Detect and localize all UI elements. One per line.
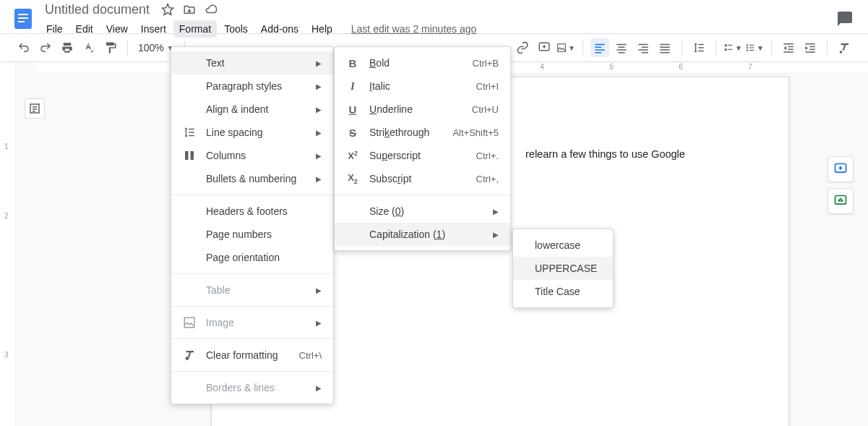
text-item-superscript[interactable]: X2SuperscriptCtrl+.: [335, 144, 510, 167]
text-item-bold[interactable]: BBoldCtrl+B: [335, 51, 510, 74]
format-item-align-indent[interactable]: Align & indent▶: [171, 98, 333, 121]
chevron-right-icon: ▶: [316, 82, 322, 90]
indent-decrease-icon[interactable]: [779, 38, 798, 57]
capitalization-item-lowercase[interactable]: lowercase: [513, 234, 613, 257]
menu-shortcut: Ctrl+\: [299, 350, 322, 361]
svg-rect-35: [788, 49, 794, 51]
paint-format-icon[interactable]: [101, 38, 120, 57]
svg-rect-14: [619, 52, 625, 54]
svg-rect-23: [725, 44, 727, 46]
text-item-subscript[interactable]: X2SubscriptCtrl+,: [335, 167, 510, 190]
line-spacing-icon[interactable]: [689, 38, 708, 57]
text-item-underline[interactable]: UUnderlineCtrl+U: [335, 98, 510, 121]
U-icon: U: [345, 103, 361, 116]
text-item-italic[interactable]: IItalicCtrl+I: [335, 74, 510, 98]
svg-rect-20: [660, 47, 670, 48]
menu-item-label: Subscript: [369, 173, 459, 184]
format-item-line-spacing[interactable]: Line spacing▶: [171, 121, 333, 144]
menu-shortcut: Alt+Shift+5: [452, 127, 499, 138]
open-comments-icon[interactable]: [836, 10, 854, 27]
add-comment-icon[interactable]: [535, 38, 554, 57]
capitalization-item-uppercase[interactable]: UPPERCASE: [513, 257, 613, 280]
text-item-size-[interactable]: Size (0)▶: [335, 200, 510, 223]
insert-link-icon[interactable]: [513, 38, 532, 57]
menu-item-label: Page orientation: [206, 252, 322, 263]
menu-item-label: Italic: [369, 80, 459, 92]
checklist-icon[interactable]: ▼: [723, 38, 742, 57]
svg-rect-22: [660, 52, 670, 54]
svg-rect-8: [595, 47, 601, 48]
insert-image-icon[interactable]: ▼: [557, 38, 575, 57]
menu-shortcut: Ctrl+.: [476, 150, 499, 161]
svg-rect-49: [184, 318, 194, 328]
suggest-edit-button[interactable]: [828, 188, 854, 214]
menu-insert[interactable]: Insert: [135, 20, 172, 38]
format-item-page-numbers[interactable]: Page numbers: [171, 223, 333, 246]
svg-rect-16: [642, 47, 648, 48]
svg-rect-39: [809, 49, 815, 51]
format-item-headers-footers[interactable]: Headers & footers: [171, 200, 333, 223]
line-spacing-icon: [181, 126, 197, 139]
undo-icon[interactable]: [14, 38, 33, 57]
indent-increase-icon[interactable]: [801, 38, 820, 57]
format-item-bullets-numbering[interactable]: Bullets & numbering▶: [171, 167, 333, 190]
align-center-icon[interactable]: [612, 38, 631, 57]
add-comment-button[interactable]: [828, 156, 854, 182]
menu-item-label: Strikethrough: [369, 127, 435, 138]
image-icon: [181, 316, 197, 329]
svg-rect-30: [749, 47, 754, 48]
format-item-page-orientation[interactable]: Page orientation: [171, 246, 333, 269]
menu-edit[interactable]: Edit: [70, 20, 99, 38]
chevron-right-icon: ▶: [493, 231, 499, 239]
S-icon: S: [345, 127, 361, 139]
document-outline-icon[interactable]: [25, 98, 45, 119]
chevron-right-icon: ▶: [316, 319, 322, 327]
cloud-status-icon[interactable]: [205, 3, 218, 16]
menu-item-label: Borders & lines: [206, 382, 298, 393]
print-icon[interactable]: [58, 38, 77, 57]
menu-help[interactable]: Help: [306, 20, 338, 38]
chevron-right-icon: ▶: [316, 129, 322, 137]
docs-logo[interactable]: [9, 4, 38, 33]
align-justify-icon[interactable]: [656, 38, 674, 57]
spellcheck-icon[interactable]: [80, 38, 98, 57]
chevron-right-icon: ▶: [316, 152, 322, 160]
svg-rect-12: [619, 47, 625, 48]
vertical-ruler: 1 2 3: [0, 62, 16, 426]
capitalization-item-title-case[interactable]: Title Case: [513, 280, 613, 303]
menu-tools[interactable]: Tools: [218, 20, 254, 38]
format-item-image: Image▶: [171, 311, 333, 334]
svg-point-29: [747, 47, 748, 48]
move-icon[interactable]: [183, 3, 196, 16]
align-left-icon[interactable]: [590, 38, 609, 57]
format-item-text[interactable]: Text▶: [171, 51, 333, 74]
svg-rect-24: [728, 45, 732, 46]
menu-format[interactable]: Format: [173, 20, 217, 38]
format-item-paragraph-styles[interactable]: Paragraph styles▶: [171, 74, 333, 98]
chevron-right-icon: ▶: [316, 384, 322, 392]
chevron-right-icon: ▶: [493, 208, 499, 216]
X2s-icon: X2: [345, 172, 361, 185]
align-right-icon[interactable]: [634, 38, 653, 57]
svg-rect-25: [725, 48, 727, 51]
format-item-columns[interactable]: Columns▶: [171, 144, 333, 167]
star-icon[interactable]: [161, 3, 174, 16]
doc-title[interactable]: Untitled document: [40, 1, 154, 19]
menu-file[interactable]: File: [40, 20, 69, 38]
X2-icon: X2: [345, 150, 361, 161]
text-item-strikethrough[interactable]: SStrikethroughAlt+Shift+5: [335, 121, 510, 144]
chevron-right-icon: ▶: [316, 175, 322, 183]
menu-view[interactable]: View: [100, 20, 134, 38]
chevron-right-icon: ▶: [316, 286, 322, 294]
text-item-capitalization-[interactable]: Capitalization (1)▶: [335, 223, 510, 246]
document-text[interactable]: relearn a few things to use Google: [525, 147, 719, 163]
svg-point-31: [747, 49, 748, 51]
clear-format-icon[interactable]: [835, 38, 854, 57]
redo-icon[interactable]: [36, 38, 55, 57]
menu-addons[interactable]: Add-ons: [255, 20, 304, 38]
last-edit-link[interactable]: Last edit was 2 minutes ago: [351, 23, 477, 35]
bullet-list-icon[interactable]: ▼: [745, 38, 764, 57]
format-item-clear-formatting[interactable]: Clear formattingCtrl+\: [171, 344, 333, 367]
svg-rect-18: [642, 52, 648, 54]
svg-rect-32: [749, 50, 754, 51]
